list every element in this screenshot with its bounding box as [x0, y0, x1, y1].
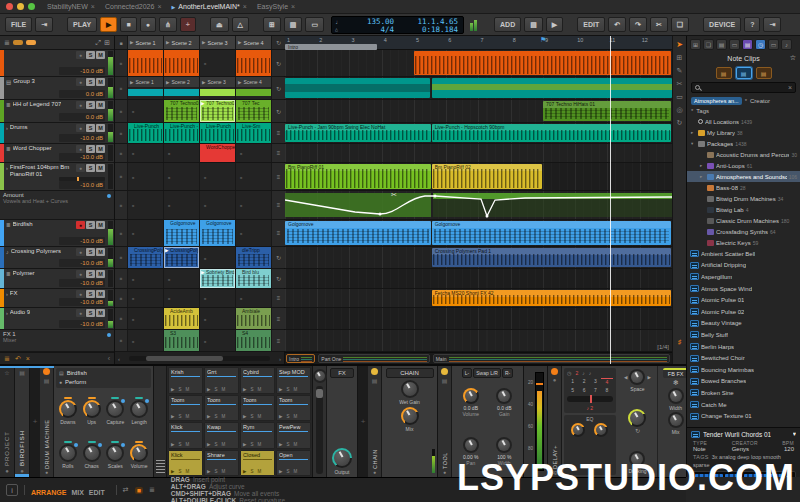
drum-pad[interactable]: Rym▶SM — [240, 422, 275, 449]
arranger-track-lane[interactable] — [285, 308, 672, 330]
drum-pad[interactable]: Open▶SM — [276, 450, 311, 477]
expand-panel-icon[interactable]: ⤢ — [96, 39, 102, 47]
drum-pad[interactable]: Shnare▶SM — [204, 450, 239, 477]
undo-button[interactable]: ↶ — [608, 17, 626, 32]
fold-lanes-icon[interactable]: ↶ — [15, 355, 21, 363]
scroll-right-icon[interactable]: › — [279, 356, 281, 362]
browser-result[interactable]: Berlin Harps — [687, 341, 800, 353]
track-volume-value[interactable]: -10.0 dB — [59, 279, 105, 287]
mute-button[interactable]: M — [96, 78, 105, 86]
mute-button[interactable]: M — [96, 145, 105, 153]
collapse-info-icon[interactable]: ▾ — [793, 430, 796, 438]
track-volume-value[interactable]: -10.0 dB — [59, 153, 105, 161]
record-arm-button[interactable]: ● — [76, 51, 85, 59]
tab-close-icon[interactable]: × — [291, 3, 295, 10]
minimize-window-button[interactable] — [17, 3, 24, 10]
group-scene-cell[interactable]: ▶Scene 1 — [128, 77, 164, 99]
clip-row-options[interactable]: ≡ — [272, 289, 285, 307]
track-header[interactable]: ›FX●SM-10.0 dB — [0, 289, 114, 308]
stop-all-clips-button[interactable]: ■ — [115, 36, 128, 49]
track-name[interactable]: Group 3 — [13, 78, 35, 85]
browser-music-tab[interactable]: ♪ — [781, 39, 792, 50]
tab-birdfish-device-chain[interactable]: ▤ BIRDFISH ● — [15, 366, 30, 477]
solo-button[interactable]: S — [86, 290, 95, 298]
arranger-clip[interactable]: Fetcha MS20 Shorti FX 42 — [432, 290, 671, 306]
eraser-tool-icon[interactable]: ▭ — [676, 90, 683, 103]
empty-clip-slot[interactable]: ■ — [164, 144, 200, 162]
browser-location[interactable]: ▸Atmospheres and Soundscapes106 — [687, 171, 800, 182]
track-stop-button[interactable]: ■ — [115, 247, 128, 268]
empty-clip-slot[interactable]: ■ — [128, 100, 164, 122]
mute-button[interactable]: M — [96, 124, 105, 132]
browser-location[interactable]: Crossfading Synths64 — [687, 226, 800, 237]
clip-slot[interactable]: Golgomove — [164, 220, 200, 246]
view-switch[interactable]: MIX — [71, 489, 83, 496]
track-stop-button[interactable]: ■ — [115, 220, 128, 246]
track-stop-button[interactable]: ■ — [115, 308, 128, 329]
record-arm-button[interactable]: ● — [76, 309, 85, 317]
track-name[interactable]: Birdfish — [13, 221, 33, 228]
scene-header[interactable]: ▶Scene 2 — [164, 36, 200, 49]
cut-button[interactable]: ✂ — [650, 17, 668, 32]
delay-division[interactable]: 1 — [567, 378, 578, 385]
track-stop-button[interactable]: ■ — [115, 163, 128, 190]
add-device-button[interactable]: + — [358, 366, 368, 477]
launcher-clip[interactable]: Golgomove — [200, 220, 235, 246]
launcher-clip[interactable]: dleTripp — [236, 247, 271, 268]
browser-location[interactable]: Bitwig Drum Machines34 — [687, 193, 800, 204]
empty-clip-slot[interactable]: ■ — [164, 163, 200, 190]
group-scene-cell[interactable]: ▶Scene 2 — [164, 77, 200, 99]
browser-samples-tab[interactable]: ▭ — [768, 39, 779, 50]
browser-result[interactable]: Atmos Space Wind — [687, 283, 800, 295]
play-button[interactable]: ▶ — [100, 17, 117, 32]
delay-division[interactable]: 4 — [601, 378, 612, 385]
browser-presets-tab[interactable]: ▤ — [716, 39, 727, 50]
empty-clip-slot[interactable]: ■ — [236, 289, 272, 307]
window-tab[interactable]: Connected2026× — [105, 3, 162, 10]
clip-row-options[interactable]: ↻ — [272, 100, 285, 122]
window-tab[interactable]: StabilityNEW× — [47, 3, 95, 10]
arranger-track-lane[interactable]: Fetcha MS20 Shorti FX 42 — [285, 289, 672, 308]
automation-lane-header[interactable]: AmountVowels and Heat + Curves — [0, 191, 114, 220]
launcher-clip[interactable]: ▶707 Techno02 — [200, 100, 235, 122]
add-menu-button[interactable]: ADD — [494, 17, 521, 32]
browser-location[interactable]: Electric Keys59 — [687, 237, 800, 248]
solo-button[interactable]: S — [86, 101, 95, 109]
transport-display[interactable]: ♩△ 135.00 11.1.4.65 4/4 0:18.184 — [331, 16, 464, 34]
clip-slot[interactable]: 707 Techno01 — [164, 100, 200, 122]
clip-slot[interactable]: ▶707 Techno02 — [200, 100, 236, 122]
arranger-track-lane[interactable] — [285, 330, 672, 352]
selected-preset-name[interactable]: Tender Wurli Chords 01 — [703, 431, 771, 438]
track-stop-button[interactable]: ■ — [115, 191, 128, 219]
output-knob[interactable] — [332, 448, 352, 468]
arranger-clip[interactable]: Live-Punch - Jam 90bpm Swing Elec NoHat — [285, 124, 431, 142]
launcher-clip[interactable]: 707 Tec — [236, 100, 271, 122]
clip-slot[interactable]: ▶Sobriety Birds — [200, 269, 236, 288]
drum-pad[interactable]: Kwap▶SM — [204, 422, 239, 449]
info-button[interactable]: i — [6, 484, 18, 496]
punch-button[interactable]: ⏏ — [210, 17, 229, 32]
active-package-filter-chip[interactable]: Atmospheres an... — [691, 97, 742, 105]
record-arm-button[interactable]: ● — [76, 248, 85, 256]
macro-knob[interactable] — [130, 444, 148, 462]
track-stop-button[interactable]: ■ — [115, 330, 128, 351]
empty-clip-slot[interactable]: ■ — [128, 220, 164, 246]
export-button[interactable]: ▶ — [546, 17, 563, 32]
clip-slot[interactable]: WordChopper — [200, 144, 236, 162]
track-header[interactable]: ≣HH of Legend 707●SM0.0 dB — [0, 100, 114, 123]
solo-button[interactable]: S — [86, 78, 95, 86]
empty-clip-slot[interactable]: ■ — [200, 50, 236, 76]
browser-location[interactable]: ▾Packages1438 — [687, 138, 800, 149]
overdub-button[interactable]: + — [180, 17, 196, 32]
chain-header-button[interactable]: CHAIN — [386, 368, 434, 378]
drum-pad[interactable]: Toom▶SM — [240, 395, 275, 422]
browser-location[interactable]: Bitwig Lab4 — [687, 204, 800, 215]
pencil-tool-icon[interactable]: ✎ — [677, 64, 683, 77]
track-header[interactable]: ▤Group 3●SM0.0 dB — [0, 77, 114, 100]
clip-slot[interactable] — [236, 50, 272, 76]
metronome-button[interactable]: △ — [232, 17, 249, 32]
scroll-left-icon[interactable]: ‹ — [118, 356, 120, 362]
track-volume-value[interactable]: -10.0 dB — [59, 181, 105, 189]
track-stop-button[interactable]: ■ — [115, 123, 128, 143]
follow-playback-button[interactable]: ⇥ — [35, 17, 53, 32]
